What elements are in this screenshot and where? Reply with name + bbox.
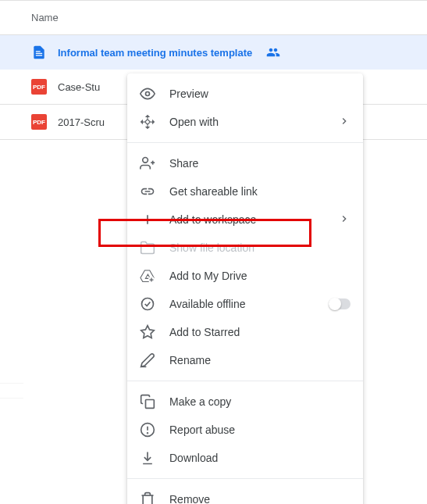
person-add-icon: [140, 155, 155, 171]
menu-label: Available offline: [169, 298, 246, 310]
menu-item-report-abuse[interactable]: Report abuse: [127, 416, 363, 444]
menu-label: Add to My Drive: [169, 270, 247, 282]
download-icon: [140, 450, 155, 466]
menu-label: Get shareable link: [169, 185, 258, 198]
google-docs-icon: [31, 45, 47, 60]
menu-label: Download: [169, 452, 218, 464]
menu-item-rename[interactable]: Rename: [127, 346, 363, 374]
menu-item-add-workspace[interactable]: Add to workspace: [127, 206, 363, 234]
menu-item-preview[interactable]: Preview: [127, 80, 363, 108]
menu-label: Open with: [169, 116, 219, 128]
menu-divider: [127, 381, 363, 381]
link-icon: [140, 184, 155, 199]
menu-item-add-starred[interactable]: Add to Starred: [127, 318, 363, 346]
pencil-icon: [140, 352, 155, 368]
menu-item-download[interactable]: Download: [127, 444, 363, 472]
svg-marker-6: [141, 326, 155, 338]
alert-icon: [140, 422, 155, 438]
shared-icon: [266, 45, 280, 59]
offline-toggle[interactable]: [329, 298, 350, 309]
menu-label: Add to workspace: [169, 213, 256, 226]
menu-item-add-my-drive[interactable]: Add to My Drive: [127, 262, 363, 290]
menu-item-open-with[interactable]: Open with: [127, 108, 363, 136]
svg-point-11: [148, 433, 148, 434]
offline-check-icon: [140, 296, 155, 312]
star-icon: [140, 324, 155, 340]
chevron-right-icon: [338, 115, 350, 130]
pdf-icon: PDF: [31, 79, 47, 95]
trash-icon: [140, 491, 155, 504]
svg-point-5: [142, 298, 154, 310]
svg-point-0: [146, 92, 150, 96]
column-header-label: Name: [31, 12, 59, 23]
file-name: Informal team meeting minutes template: [58, 47, 252, 59]
menu-divider: [127, 478, 363, 479]
menu-item-share[interactable]: Share: [127, 149, 363, 177]
eye-icon: [140, 86, 155, 102]
menu-label: Preview: [169, 88, 208, 100]
pdf-icon: PDF: [31, 114, 47, 130]
menu-label: Rename: [169, 354, 211, 366]
menu-label: Show file location: [169, 241, 254, 254]
svg-point-1: [143, 158, 148, 163]
menu-item-remove[interactable]: Remove: [127, 485, 363, 504]
svg-rect-8: [146, 400, 155, 409]
menu-item-show-location: Show file location: [127, 234, 363, 262]
divider-stub: [0, 383, 23, 399]
file-row-selected[interactable]: Informal team meeting minutes template: [0, 35, 427, 70]
folder-icon: [140, 240, 155, 256]
menu-label: Share: [169, 157, 198, 170]
menu-label: Report abuse: [169, 424, 235, 436]
menu-item-available-offline[interactable]: Available offline: [127, 290, 363, 318]
file-name: Case-Stu: [58, 81, 100, 93]
plus-icon: [140, 212, 155, 227]
menu-label: Make a copy: [169, 395, 231, 408]
column-header-name[interactable]: Name: [0, 0, 427, 35]
menu-label: Remove: [169, 493, 210, 504]
file-name: 2017-Scru: [58, 116, 105, 128]
copy-icon: [140, 394, 155, 409]
menu-label: Add to Starred: [169, 326, 240, 338]
open-with-icon: [140, 114, 155, 130]
menu-item-make-copy[interactable]: Make a copy: [127, 388, 363, 416]
menu-divider: [127, 142, 363, 143]
menu-item-get-link[interactable]: Get shareable link: [127, 177, 363, 206]
context-menu: Preview Open with Share Get shareable li…: [127, 73, 363, 504]
drive-add-icon: [140, 268, 155, 284]
chevron-right-icon: [338, 213, 350, 227]
